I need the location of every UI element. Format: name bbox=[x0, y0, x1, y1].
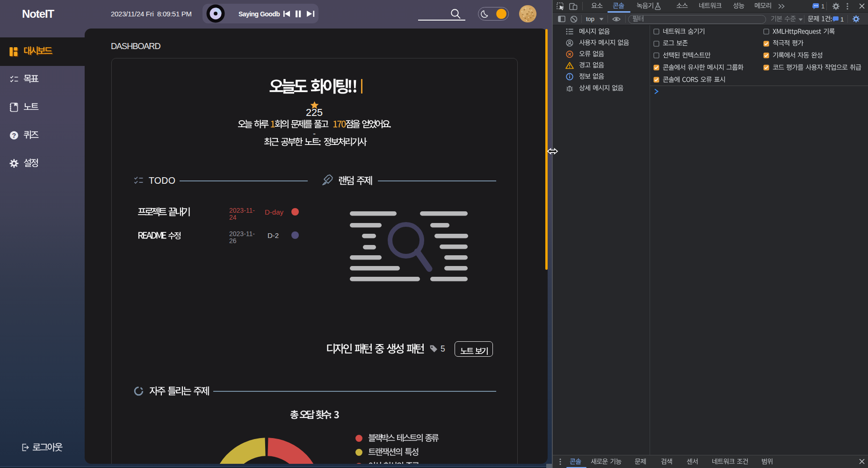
svg-text:?: ? bbox=[12, 132, 16, 139]
